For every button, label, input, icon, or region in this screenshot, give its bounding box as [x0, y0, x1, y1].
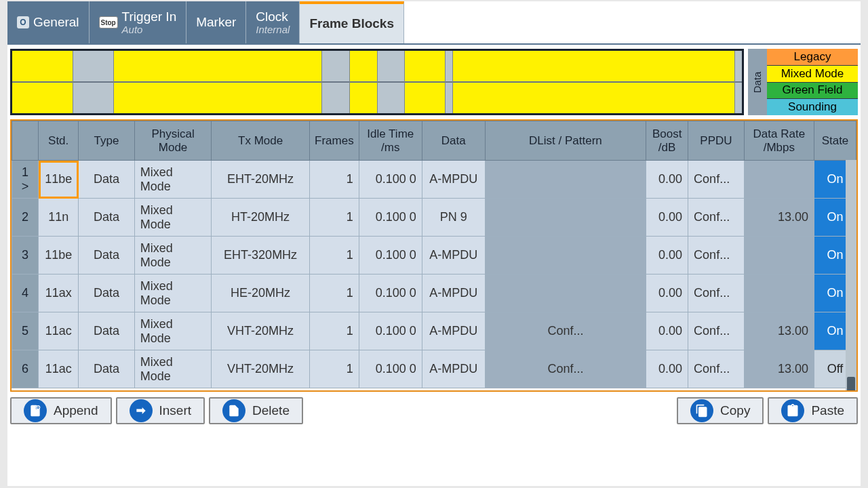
cell-index[interactable]: 3 [12, 237, 39, 274]
cell-phys-mode[interactable]: Mixed Mode [134, 274, 212, 312]
col-boost[interactable]: Boost /dB [646, 121, 688, 161]
cell-phys-mode[interactable]: Mixed Mode [134, 350, 212, 388]
cell-frames[interactable]: 1 [309, 237, 359, 274]
cell-frames[interactable]: 1 [309, 161, 359, 199]
table-row[interactable]: 311beDataMixed ModeEHT-320MHz10.100 0A-M… [12, 237, 856, 274]
cell-type[interactable]: Data [79, 199, 135, 237]
table-row[interactable]: 511acDataMixed ModeVHT-20MHz10.100 0A-MP… [12, 312, 856, 350]
col-state[interactable]: State [814, 121, 856, 161]
delete-button[interactable]: Delete [209, 397, 303, 424]
cell-tx-mode[interactable]: HT-20MHz [212, 199, 310, 237]
cell-std[interactable]: 11n [39, 199, 79, 237]
col-idle-time[interactable]: Idle Time /ms [359, 121, 422, 161]
table-row[interactable]: 611acDataMixed ModeVHT-20MHz10.100 0A-MP… [12, 350, 856, 388]
table-row[interactable]: 1 >11beDataMixed ModeEHT-20MHz10.100 0A-… [12, 161, 856, 199]
cell-boost[interactable]: 0.00 [646, 350, 688, 388]
scrollbar-thumb[interactable] [847, 377, 855, 392]
cell-dlist[interactable] [485, 161, 646, 199]
cell-phys-mode[interactable]: Mixed Mode [134, 237, 212, 274]
cell-tx-mode[interactable]: VHT-20MHz [212, 350, 310, 388]
cell-idle-time[interactable]: 0.100 0 [359, 312, 422, 350]
cell-std[interactable]: 11be [39, 161, 79, 199]
cell-index[interactable]: 6 [12, 350, 39, 388]
cell-index[interactable]: 5 [12, 312, 39, 350]
cell-ppdu[interactable]: Conf... [688, 161, 745, 199]
tab-trigger-in[interactable]: Stop Trigger In Auto [90, 1, 187, 43]
cell-type[interactable]: Data [79, 237, 135, 274]
tab-clock[interactable]: Clock Internal [246, 1, 300, 43]
cell-type[interactable]: Data [79, 312, 135, 350]
frame-timeline-strip[interactable] [10, 49, 744, 115]
cell-data[interactable]: A-MPDU [422, 274, 485, 312]
cell-tx-mode[interactable]: EHT-20MHz [212, 161, 310, 199]
table-row[interactable]: 411axDataMixed ModeHE-20MHz10.100 0A-MPD… [12, 274, 856, 312]
cell-ppdu[interactable]: Conf... [688, 274, 745, 312]
cell-boost[interactable]: 0.00 [646, 199, 688, 237]
cell-data[interactable]: A-MPDU [422, 350, 485, 388]
cell-ppdu[interactable]: Conf... [688, 199, 745, 237]
col-ppdu[interactable]: PPDU [688, 121, 745, 161]
cell-data-rate[interactable] [744, 161, 814, 199]
cell-phys-mode[interactable]: Mixed Mode [134, 312, 212, 350]
table-row[interactable]: 211nDataMixed ModeHT-20MHz10.100 0PN 90.… [12, 199, 856, 237]
append-button[interactable]: Append [10, 397, 112, 424]
cell-boost[interactable]: 0.00 [646, 274, 688, 312]
cell-phys-mode[interactable]: Mixed Mode [134, 161, 212, 199]
copy-button[interactable]: Copy [677, 397, 764, 424]
cell-boost[interactable]: 0.00 [646, 237, 688, 274]
cell-tx-mode[interactable]: VHT-20MHz [212, 312, 310, 350]
cell-frames[interactable]: 1 [309, 312, 359, 350]
col-tx-mode[interactable]: Tx Mode [212, 121, 310, 161]
cell-idle-time[interactable]: 0.100 0 [359, 350, 422, 388]
cell-data[interactable]: A-MPDU [422, 312, 485, 350]
cell-idle-time[interactable]: 0.100 0 [359, 199, 422, 237]
cell-boost[interactable]: 0.00 [646, 312, 688, 350]
cell-type[interactable]: Data [79, 161, 135, 199]
cell-boost[interactable]: 0.00 [646, 161, 688, 199]
col-data-rate[interactable]: Data Rate /Mbps [744, 121, 814, 161]
cell-data-rate[interactable] [744, 274, 814, 312]
cell-dlist[interactable] [485, 274, 646, 312]
cell-tx-mode[interactable]: EHT-320MHz [212, 237, 310, 274]
cell-dlist[interactable]: Conf... [485, 350, 646, 388]
cell-data-rate[interactable] [744, 237, 814, 274]
table-scrollbar[interactable] [846, 160, 856, 390]
cell-data-rate[interactable]: 13.00 [744, 199, 814, 237]
cell-dlist[interactable] [485, 237, 646, 274]
cell-std[interactable]: 11ax [39, 274, 79, 312]
cell-ppdu[interactable]: Conf... [688, 312, 745, 350]
cell-type[interactable]: Data [79, 350, 135, 388]
cell-tx-mode[interactable]: HE-20MHz [212, 274, 310, 312]
col-phys-mode[interactable]: Physical Mode [134, 121, 212, 161]
cell-frames[interactable]: 1 [309, 274, 359, 312]
cell-idle-time[interactable]: 0.100 0 [359, 237, 422, 274]
paste-button[interactable]: Paste [768, 397, 858, 424]
cell-index[interactable]: 1 > [12, 161, 39, 199]
cell-phys-mode[interactable]: Mixed Mode [134, 199, 212, 237]
col-dlist[interactable]: DList / Pattern [485, 121, 646, 161]
insert-button[interactable]: Insert [116, 397, 205, 424]
cell-frames[interactable]: 1 [309, 350, 359, 388]
cell-std[interactable]: 11be [39, 237, 79, 274]
cell-data[interactable]: A-MPDU [422, 161, 485, 199]
tab-frame-blocks[interactable]: Frame Blocks [300, 1, 404, 43]
cell-index[interactable]: 2 [12, 199, 39, 237]
col-frames[interactable]: Frames [309, 121, 359, 161]
cell-dlist[interactable] [485, 199, 646, 237]
cell-index[interactable]: 4 [12, 274, 39, 312]
cell-std[interactable]: 11ac [39, 312, 79, 350]
cell-ppdu[interactable]: Conf... [688, 350, 745, 388]
tab-general[interactable]: O General [7, 1, 90, 43]
cell-type[interactable]: Data [79, 274, 135, 312]
tab-marker[interactable]: Marker [186, 1, 246, 43]
cell-data-rate[interactable]: 13.00 [744, 350, 814, 388]
col-type[interactable]: Type [79, 121, 135, 161]
cell-dlist[interactable]: Conf... [485, 312, 646, 350]
cell-frames[interactable]: 1 [309, 199, 359, 237]
cell-std[interactable]: 11ac [39, 350, 79, 388]
col-std[interactable]: Std. [39, 121, 79, 161]
cell-ppdu[interactable]: Conf... [688, 237, 745, 274]
col-data[interactable]: Data [422, 121, 485, 161]
cell-idle-time[interactable]: 0.100 0 [359, 161, 422, 199]
cell-data[interactable]: PN 9 [422, 199, 485, 237]
